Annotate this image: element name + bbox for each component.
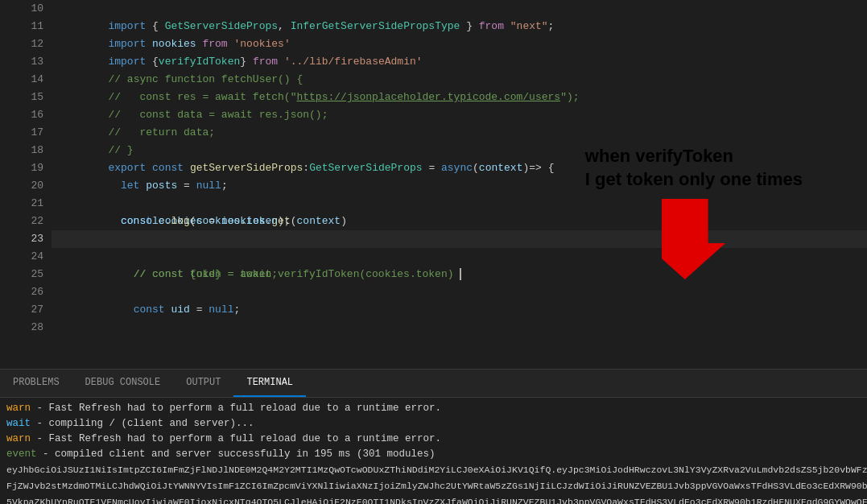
- terminal-content: warn - Fast Refresh had to perform a ful…: [0, 398, 867, 504]
- annotation-text: when verifyToken I get token only one ti…: [585, 145, 803, 191]
- terminal-line-3: warn - Fast Refresh had to perform a ful…: [6, 432, 861, 447]
- tab-debug-console[interactable]: DEBUG CONSOLE: [72, 370, 174, 397]
- terminal-data-3: 5VkpaZKhUYnRuOTE1VFNmcUoyIiwiaWF0IjoxNjc…: [6, 494, 861, 504]
- tab-output[interactable]: OUTPUT: [173, 370, 233, 397]
- arrow-container: [585, 199, 803, 279]
- code-line-11: import nookies from 'nookies': [52, 18, 867, 35]
- terminal-data-1: eyJhbGciOiJSUzI1NiIsImtpZCI6ImFmZjFlNDJl…: [6, 462, 861, 478]
- terminal-line-4: event - compiled client and server succe…: [6, 447, 861, 462]
- tab-terminal[interactable]: TERMINAL: [233, 370, 306, 397]
- code-line-28: [52, 319, 867, 337]
- terminal-panel: PROBLEMS DEBUG CONSOLE OUTPUT TERMINAL w…: [0, 369, 867, 504]
- gutter: [0, 0, 16, 369]
- line-numbers: 10 11 12 13 14 15 16 17 18 19 20 21 22 2…: [16, 0, 52, 369]
- annotation-overlay: when verifyToken I get token only one ti…: [585, 145, 803, 279]
- terminal-data-2: FjZWJvb2stMzdmOTMiLCJhdWQiOiJtYWNNYVIsIm…: [6, 478, 861, 494]
- code-line-13: // async function fetchUser() {: [52, 53, 867, 71]
- code-line-15: // const data = await res.json();: [52, 89, 867, 106]
- code-editor: 10 11 12 13 14 15 16 17 18 19 20 21 22 2…: [0, 0, 867, 369]
- terminal-line-1: warn - Fast Refresh had to perform a ful…: [6, 401, 861, 416]
- code-line-10: import { GetServerSideProps, InferGetSer…: [52, 0, 867, 18]
- panel-tabs: PROBLEMS DEBUG CONSOLE OUTPUT TERMINAL: [0, 370, 867, 398]
- code-line-14: // const res = await fetch("https://json…: [52, 71, 867, 89]
- code-line-26: const uid = null;: [52, 283, 867, 301]
- terminal-line-2: wait - compiling / (client and server)..…: [6, 416, 861, 432]
- code-line-16: // return data;: [52, 106, 867, 124]
- down-arrow-icon: [662, 199, 726, 279]
- tab-problems[interactable]: PROBLEMS: [0, 370, 72, 397]
- code-line-27: [52, 301, 867, 319]
- code-line-17: // }: [52, 124, 867, 142]
- code-line-12: import {verifyIdToken} from '../lib/fire…: [52, 35, 867, 53]
- svg-marker-0: [662, 199, 725, 279]
